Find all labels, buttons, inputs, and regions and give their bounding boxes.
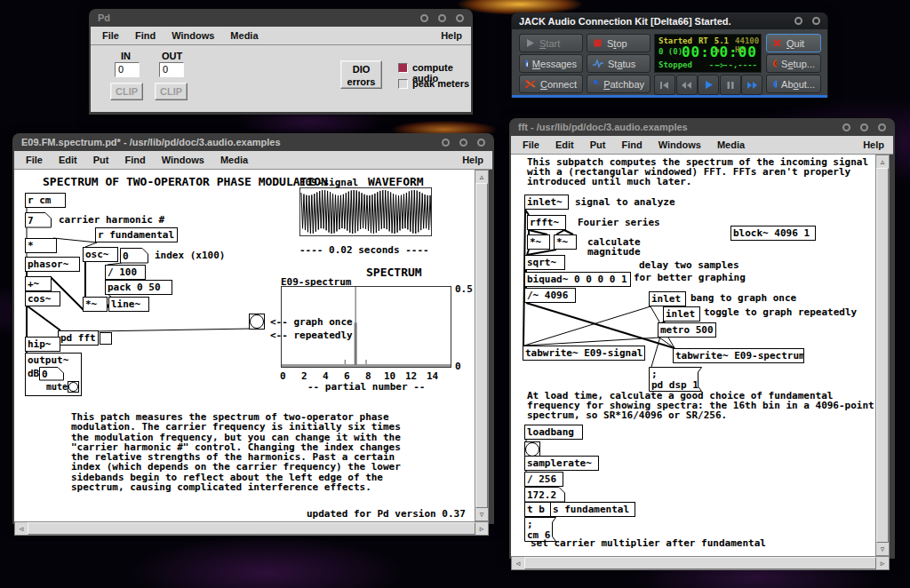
scrollbar-thumb[interactable] xyxy=(475,183,488,508)
pd-main-menu-find[interactable]: Find xyxy=(127,30,164,41)
start-button[interactable]: Start xyxy=(519,34,583,52)
transport-pause-button[interactable] xyxy=(720,75,741,95)
scroll-left-icon[interactable]: ◃ xyxy=(512,557,524,569)
fft-menu-find[interactable]: Find xyxy=(613,139,650,150)
pd-main-titlebar[interactable]: Pd xyxy=(91,9,471,27)
output-abstraction[interactable]: output~dB 0mute xyxy=(25,353,82,396)
pd-object-tabwrite-e09-signal[interactable]: tabwrite~ E09-signal xyxy=(523,346,645,361)
number-box-172-2[interactable]: 172.2 xyxy=(524,487,565,503)
minimize-button[interactable] xyxy=(794,17,802,25)
fft-titlebar[interactable]: fft - /usr/lib/pd/doc/3.audio.examples xyxy=(511,118,893,136)
scroll-right-icon[interactable]: ▹ xyxy=(475,522,488,535)
dio-errors-button[interactable]: DIOerrors xyxy=(340,60,382,89)
maximize-button[interactable] xyxy=(438,14,446,22)
maximize-button[interactable] xyxy=(459,139,467,147)
e09-menu-file[interactable]: File xyxy=(18,155,51,165)
pd-object-osc[interactable]: osc~ xyxy=(83,247,118,262)
clip-in-button[interactable]: CLIP xyxy=(110,83,143,100)
pd-object-box[interactable]: *~ xyxy=(527,234,550,250)
message-box-pd-dsp-1[interactable]: ;pd dsp 1 xyxy=(649,367,702,392)
fft-horizontal-scrollbar[interactable]: ◃ ▹ xyxy=(511,556,890,570)
fft-menu-put[interactable]: Put xyxy=(582,139,614,150)
e09-menu-help[interactable]: Help xyxy=(457,155,489,165)
pd-object-pd-fft[interactable]: pd fft xyxy=(58,330,99,346)
out-meter-value[interactable]: 0 xyxy=(159,62,184,77)
pd-object-cos[interactable]: cos~ xyxy=(25,291,60,306)
quit-button[interactable]: Quit xyxy=(766,34,821,52)
pd-object-sqrt[interactable]: sqrt~ xyxy=(524,255,565,270)
pd-object-phasor[interactable]: phasor~ xyxy=(25,257,80,272)
pd-object-box[interactable]: *~ xyxy=(554,234,577,250)
mute-bang[interactable] xyxy=(68,381,79,393)
pd-object-inlet[interactable]: inlet~ xyxy=(524,195,569,210)
fft-menu-windows[interactable]: Windows xyxy=(651,139,709,150)
close-button[interactable] xyxy=(878,123,886,131)
shade-button[interactable] xyxy=(842,123,850,131)
pd-object-s-fundamental[interactable]: s fundamental xyxy=(550,502,635,517)
pd-object-hip[interactable]: hip~ xyxy=(25,337,60,352)
e09-menu-windows[interactable]: Windows xyxy=(154,155,212,165)
pd-object-tabwrite-e09-spectrum[interactable]: tabwrite~ E09-spectrum xyxy=(673,348,804,363)
pd-object-metro-500[interactable]: metro 500 xyxy=(658,322,716,338)
e09-menu-put[interactable]: Put xyxy=(85,155,117,165)
pd-object-box[interactable]: *~ xyxy=(83,297,108,312)
number-box-7[interactable]: 7 xyxy=(25,212,52,228)
waveform-graph[interactable] xyxy=(299,187,432,236)
e09-vertical-scrollbar[interactable]: ▵ ▿ xyxy=(475,170,489,521)
close-button[interactable] xyxy=(456,14,464,22)
scroll-down-icon[interactable]: ▿ xyxy=(475,508,488,520)
fft-vertical-scrollbar[interactable]: ▵ ▿ xyxy=(875,155,890,556)
patchbay-button[interactable]: Patchbay xyxy=(587,75,651,93)
pd-object-256[interactable]: / 256 xyxy=(524,472,563,487)
toggle-button[interactable] xyxy=(100,332,112,345)
pd-object-box[interactable]: +~ xyxy=(25,276,52,291)
scrollbar-thumb[interactable] xyxy=(524,557,876,569)
pd-object-box[interactable]: * xyxy=(25,238,57,253)
pd-object-inlet[interactable]: inlet xyxy=(663,306,700,322)
pd-object-loadbang[interactable]: loadbang xyxy=(524,425,583,440)
messages-button[interactable]: Messages xyxy=(519,54,583,73)
transport-rewind-start-button[interactable] xyxy=(654,75,675,95)
fft-menu-help[interactable]: Help xyxy=(858,139,890,150)
pd-object-samplerate[interactable]: samplerate~ xyxy=(524,456,599,471)
e09-canvas[interactable]: SPECTRUM OF TWO-OPERATOR PHASE MODULATIO… xyxy=(14,170,475,521)
pd-object-block-4096-1[interactable]: block~ 4096 1 xyxy=(730,226,816,241)
pd-object-biquad-0-0-0-0-1[interactable]: biquad~ 0 0 0 0 1 xyxy=(524,272,631,287)
fft-canvas[interactable]: This subpatch computes the spectrum of t… xyxy=(511,155,875,556)
e09-menu-media[interactable]: Media xyxy=(212,155,256,165)
pd-object-inlet[interactable]: inlet xyxy=(649,291,686,306)
about-button[interactable]: About... xyxy=(766,75,821,93)
pd-object-pack-0-50[interactable]: pack 0 50 xyxy=(105,280,172,295)
clip-out-button[interactable]: CLIP xyxy=(155,83,188,100)
scroll-left-icon[interactable]: ◃ xyxy=(15,522,28,535)
bang-button[interactable] xyxy=(249,314,265,330)
setup-button[interactable]: Setup... xyxy=(766,54,821,73)
number-box-0[interactable]: 0 xyxy=(120,248,148,264)
pd-object-r-fundamental[interactable]: r fundamental xyxy=(95,227,178,242)
scroll-right-icon[interactable]: ▹ xyxy=(876,557,889,569)
pd-main-menu-media[interactable]: Media xyxy=(222,30,266,41)
scrollbar-thumb[interactable] xyxy=(28,522,475,535)
compute-audio-checkbox[interactable] xyxy=(398,63,408,73)
pd-object-r-cm[interactable]: r cm xyxy=(25,193,66,208)
e09-horizontal-scrollbar[interactable]: ◃ ▹ xyxy=(14,521,489,536)
pd-object-rfft[interactable]: rfft~ xyxy=(527,215,566,230)
fft-menu-edit[interactable]: Edit xyxy=(547,139,582,150)
peak-meters-checkbox[interactable] xyxy=(398,79,408,89)
jack-titlebar[interactable]: JACK Audio Connection Kit [Delta66] Star… xyxy=(512,12,827,29)
pd-object-100[interactable]: / 100 xyxy=(105,265,146,280)
status-button[interactable]: Status xyxy=(587,54,651,73)
shade-button[interactable] xyxy=(420,14,428,22)
scroll-up-icon[interactable]: ▵ xyxy=(876,155,889,168)
transport-backward-button[interactable] xyxy=(676,75,698,95)
fft-menu-media[interactable]: Media xyxy=(709,139,753,150)
fft-menu-file[interactable]: File xyxy=(515,139,547,150)
e09-titlebar[interactable]: E09.FM.spectrum.pd* - /usr/lib/pd/doc/3.… xyxy=(14,133,492,151)
e09-menu-edit[interactable]: Edit xyxy=(51,155,85,165)
pd-object-line[interactable]: line~ xyxy=(108,297,149,312)
in-meter-value[interactable]: 0 xyxy=(115,62,140,77)
stop-button[interactable]: Stop xyxy=(587,34,651,52)
pd-main-menu-help[interactable]: Help xyxy=(435,30,467,41)
e09-menu-find[interactable]: Find xyxy=(116,155,153,165)
maximize-button[interactable] xyxy=(860,123,868,131)
